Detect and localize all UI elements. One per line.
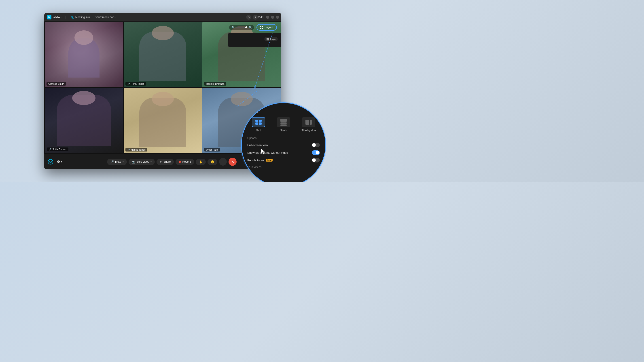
record-label: Record (182, 160, 191, 163)
reactions-button[interactable]: ✋ (196, 159, 206, 165)
search-icon-right: 🔍 (249, 26, 252, 29)
participants-video-label: Show participants without video (247, 151, 288, 154)
layout-option-grid[interactable]: Grid (247, 117, 270, 132)
stack-option-icon (277, 117, 290, 127)
status-indicator (48, 159, 53, 164)
layout-button[interactable]: Layout (256, 24, 277, 31)
status-icon-2: ⏺ (253, 15, 258, 20)
share-label: Share (164, 160, 170, 163)
people-focus-toggle[interactable] (312, 158, 320, 162)
layout-panel-partial: Layo (228, 33, 281, 47)
chat-icon: 💬 (57, 160, 60, 163)
grid-option-icon (252, 117, 265, 127)
titlebar: W Webex | i Meeting info Show menu bar ▾… (44, 13, 281, 21)
show-menu-label: Show menu bar (95, 16, 114, 19)
name-tag-marise: 🎤 Marise Torres (126, 148, 147, 151)
mute-chevron-icon: ▾ (122, 161, 124, 163)
henry-name: Henry Riggs (131, 82, 144, 85)
minimize-button[interactable]: ─ (266, 16, 269, 19)
more-icon: ··· (222, 160, 224, 164)
beta-badge: Beta (266, 159, 272, 162)
mic-icon: 🎤 (110, 160, 114, 164)
names-in-videos-row: es in videos (247, 166, 320, 169)
window-controls: ─ □ ✕ (266, 16, 279, 19)
layout-options: Grid Stack (247, 117, 320, 132)
show-menu-chevron-icon: ▾ (114, 16, 116, 18)
search-bar[interactable]: 🔍 🔍 (229, 25, 254, 30)
record-icon (179, 161, 181, 163)
mute-button[interactable]: 🎤 Mute ▾ (107, 159, 127, 165)
layout-label-partial: Layo (270, 38, 276, 40)
sbs-option-label: Side by side (301, 129, 316, 132)
titlebar-status-icons: ⊙ ⏺ (246, 15, 258, 20)
name-tag-sofia: 🎤 Sofia Gomez (47, 147, 68, 151)
marise-name: Marise Torres (131, 148, 146, 151)
video-icon: 📷 (132, 160, 135, 164)
layout-grid-icon (260, 26, 263, 29)
titlebar-divider: | (65, 16, 66, 19)
video-cell-isabelle[interactable]: Isabelle Brennan (202, 22, 281, 87)
stop-video-label: Stop video (137, 160, 149, 163)
participants-video-toggle[interactable] (312, 150, 320, 155)
zoom-circle: Layout Grid (241, 102, 326, 182)
end-call-button[interactable]: ✕ (228, 158, 236, 166)
name-tag-henry: 🎤 Henry Riggs (126, 82, 146, 86)
participants-video-option-row: Show participants without video (247, 150, 320, 155)
more-button[interactable]: ··· (219, 158, 227, 166)
end-icon: ✕ (231, 160, 234, 164)
sofia-name: Sofia Gomez (52, 148, 67, 151)
layout-label: Layout (264, 26, 273, 29)
muted-icon-henry: 🎤 (127, 83, 130, 85)
name-tag-isabelle: Isabelle Brennan (204, 82, 226, 86)
show-menu-button[interactable]: Show menu bar ▾ (95, 16, 116, 19)
record-button[interactable]: Record (176, 159, 194, 165)
muted-icon-marise: 🎤 (127, 149, 130, 151)
app-window: W Webex | i Meeting info Show menu bar ▾… (44, 13, 281, 169)
zoom-slider[interactable] (236, 27, 247, 28)
name-tag-umar: Umar Patel (204, 148, 220, 151)
topbar: 🔍 🔍 Layout (229, 24, 277, 31)
meeting-info-label: Meeting info (75, 16, 90, 19)
status-inner-dot (50, 161, 52, 163)
share-icon: ⬆ (160, 160, 162, 164)
layout-option-stack[interactable]: Stack (272, 117, 295, 132)
status-icon-1: ⊙ (246, 15, 251, 20)
video-cell-sofia[interactable]: 🎤 Sofia Gomez (45, 88, 123, 153)
options-section-title: Options (247, 137, 320, 140)
control-left: 💬 ▾ (48, 159, 64, 164)
video-chevron-icon: ▾ (150, 161, 152, 163)
stop-video-button[interactable]: 📷 Stop video ▾ (128, 159, 155, 165)
chat-button[interactable]: 💬 ▾ (55, 159, 64, 164)
mic-icon-sofia: 🎤 (49, 148, 52, 151)
people-focus-option-row: People focus Beta (247, 158, 320, 162)
video-cell-marise[interactable]: 🎤 Marise Torres (124, 88, 202, 153)
names-in-videos-label: es in videos (247, 166, 262, 169)
fullscreen-toggle[interactable] (312, 143, 320, 147)
hand-icon: ✋ (199, 160, 202, 164)
mute-label: Mute (115, 160, 121, 163)
search-icon: 🔍 (232, 26, 235, 29)
sbs-option-icon (302, 117, 315, 127)
close-button[interactable]: ✕ (276, 16, 279, 19)
video-cell-henry[interactable]: 🎤 Henry Riggs (124, 22, 202, 87)
clarissa-name: Clarissa Smith (48, 82, 64, 85)
people-focus-label: People focus Beta (247, 159, 272, 162)
umar-name: Umar Patel (206, 148, 218, 151)
layout-option-sbs[interactable]: Side by side (298, 117, 320, 132)
emoji-button[interactable]: 😊 (208, 159, 217, 165)
isabelle-name: Isabelle Brennan (206, 82, 224, 85)
fullscreen-label: Full-screen view (247, 143, 268, 147)
fullscreen-option-row: Full-screen view (247, 143, 320, 147)
meeting-info-icon: i (71, 16, 74, 19)
video-cell-clarissa[interactable]: Clarissa Smith (45, 22, 123, 87)
stack-option-label: Stack (280, 129, 287, 132)
webex-logo-icon: W (47, 15, 52, 19)
meeting-info-button[interactable]: i Meeting info (70, 15, 91, 19)
app-logo: W Webex (47, 15, 62, 19)
share-button[interactable]: ⬆ Share (156, 159, 174, 165)
emoji-icon: 😊 (211, 160, 214, 164)
name-tag-clarissa: Clarissa Smith (46, 82, 66, 86)
grid-option-label: Grid (256, 129, 261, 132)
maximize-button[interactable]: □ (271, 16, 274, 19)
app-brand: Webex (53, 16, 62, 19)
